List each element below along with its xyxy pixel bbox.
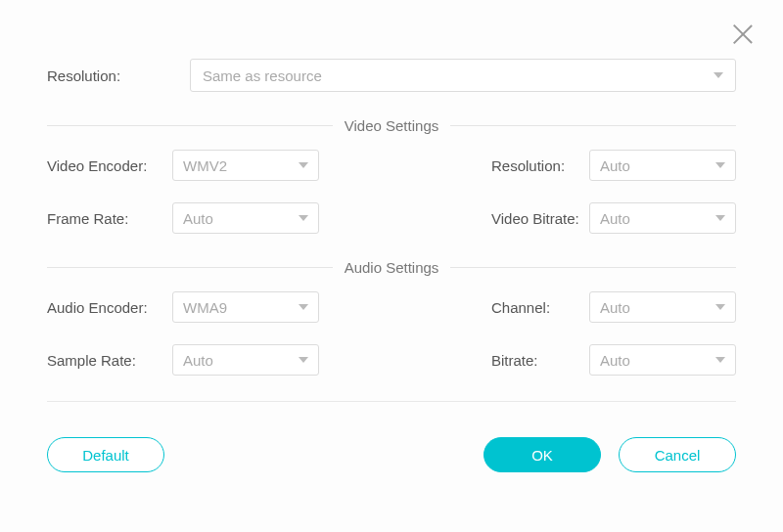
resolution-dropdown[interactable]: Same as resource	[190, 59, 736, 92]
video-bitrate-value: Auto	[600, 210, 630, 227]
audio-settings-header: Audio Settings	[47, 259, 736, 276]
chevron-down-icon	[299, 357, 308, 363]
channel-label: Channel:	[464, 299, 589, 316]
frame-rate-dropdown[interactable]: Auto	[172, 202, 319, 234]
divider	[47, 401, 736, 402]
chevron-down-icon	[299, 304, 308, 310]
chevron-down-icon	[715, 357, 725, 363]
ok-button[interactable]: OK	[484, 437, 601, 472]
audio-encoder-label: Audio Encoder:	[47, 299, 172, 316]
video-resolution-dropdown[interactable]: Auto	[589, 150, 736, 181]
chevron-down-icon	[299, 162, 308, 168]
channel-dropdown[interactable]: Auto	[589, 291, 736, 323]
video-bitrate-label: Video Bitrate:	[464, 210, 589, 227]
video-bitrate-dropdown[interactable]: Auto	[589, 202, 736, 234]
resolution-label: Resolution:	[47, 67, 172, 84]
audio-encoder-value: WMA9	[183, 299, 227, 316]
video-encoder-label: Video Encoder:	[47, 157, 172, 174]
audio-bitrate-label: Bitrate:	[464, 352, 589, 369]
resolution-value: Same as resource	[203, 67, 322, 84]
audio-bitrate-dropdown[interactable]: Auto	[589, 344, 736, 376]
sample-rate-value: Auto	[183, 352, 213, 369]
chevron-down-icon	[715, 304, 725, 310]
cancel-button[interactable]: Cancel	[619, 437, 736, 472]
video-encoder-value: WMV2	[183, 157, 227, 174]
chevron-down-icon	[715, 215, 725, 221]
chevron-down-icon	[299, 215, 308, 221]
video-settings-title: Video Settings	[345, 117, 438, 134]
video-resolution-label: Resolution:	[464, 157, 589, 174]
audio-settings-title: Audio Settings	[345, 259, 439, 276]
frame-rate-label: Frame Rate:	[47, 210, 172, 227]
audio-encoder-dropdown[interactable]: WMA9	[172, 291, 319, 323]
chevron-down-icon	[714, 72, 723, 78]
video-settings-header: Video Settings	[47, 117, 736, 134]
sample-rate-label: Sample Rate:	[47, 352, 172, 369]
frame-rate-value: Auto	[183, 210, 213, 227]
close-icon[interactable]	[730, 22, 756, 47]
channel-value: Auto	[600, 299, 630, 316]
sample-rate-dropdown[interactable]: Auto	[172, 344, 319, 376]
audio-bitrate-value: Auto	[600, 352, 630, 369]
chevron-down-icon	[715, 162, 725, 168]
default-button[interactable]: Default	[47, 437, 164, 472]
video-encoder-dropdown[interactable]: WMV2	[172, 150, 319, 181]
video-resolution-value: Auto	[600, 157, 630, 174]
